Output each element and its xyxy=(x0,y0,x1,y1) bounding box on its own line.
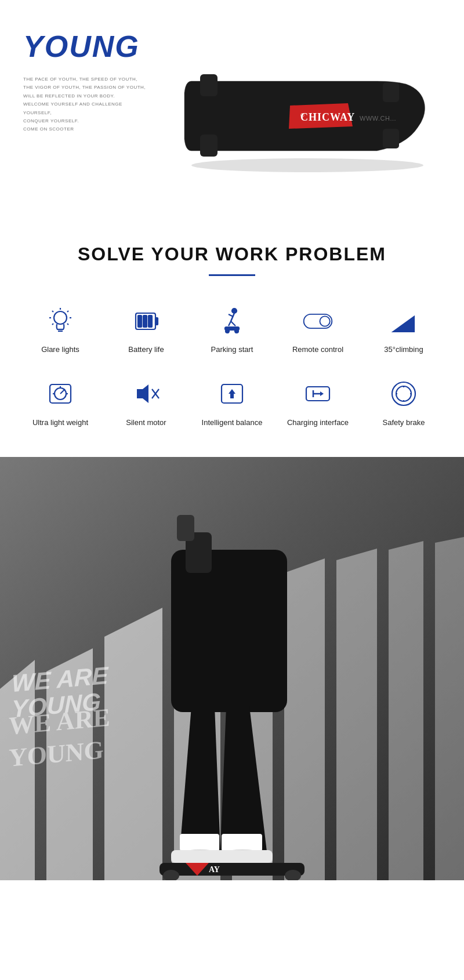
svg-point-31 xyxy=(235,329,238,333)
skate-person-icon xyxy=(215,305,249,337)
hero-title: YOUNG xyxy=(23,29,151,64)
feature-remote-control: Remote control xyxy=(275,299,361,361)
svg-marker-57 xyxy=(104,608,162,880)
svg-line-27 xyxy=(231,321,235,326)
svg-marker-41 xyxy=(137,384,148,403)
svg-point-49 xyxy=(396,386,411,401)
svg-rect-72 xyxy=(213,850,273,863)
svg-marker-62 xyxy=(389,541,423,880)
svg-line-28 xyxy=(229,321,231,326)
feature-label-ultra: Ultra light weight xyxy=(32,418,88,428)
toggle-icon xyxy=(300,305,335,337)
feature-label-balance: Intelligent balance xyxy=(202,418,263,428)
feature-safety-brake: Safety brake xyxy=(361,372,447,434)
svg-line-25 xyxy=(231,313,234,321)
svg-rect-64 xyxy=(171,550,287,712)
mute-icon xyxy=(129,378,164,410)
svg-line-18 xyxy=(67,324,68,325)
brake-icon xyxy=(386,378,421,410)
svg-rect-23 xyxy=(148,315,152,327)
hero-right: CHICWAY ® WWW.CH... xyxy=(151,23,441,209)
svg-text:WWW.CH...: WWW.CH... xyxy=(360,115,396,122)
speed-icon xyxy=(43,378,78,410)
features-row-1: Glare lights Battery life xyxy=(12,299,452,361)
feature-silent-motor: Silent motor xyxy=(103,372,189,434)
feature-battery-life: Battery life xyxy=(103,299,189,361)
feature-label-remote: Remote control xyxy=(292,345,343,355)
svg-rect-7 xyxy=(383,82,399,102)
feature-label-battery: Battery life xyxy=(128,345,164,355)
feature-label-glare: Glare lights xyxy=(41,345,79,355)
svg-line-26 xyxy=(229,314,233,317)
svg-text:CHICWAY: CHICWAY xyxy=(300,111,355,123)
svg-marker-34 xyxy=(393,317,414,332)
svg-line-17 xyxy=(52,324,53,325)
svg-rect-5 xyxy=(200,74,217,96)
problem-section: SOLVE YOUR WORK PROBLEM xyxy=(0,215,464,457)
svg-rect-67 xyxy=(180,834,219,851)
hero-tagline: THE PACE OF YOUTH, THE SPEED OF YOUTH, T… xyxy=(23,75,151,134)
feature-climbing: 35°climbing xyxy=(361,299,447,361)
svg-rect-73 xyxy=(160,863,304,876)
svg-marker-63 xyxy=(435,537,464,880)
balance-icon xyxy=(215,378,249,410)
svg-marker-61 xyxy=(336,549,377,880)
feature-label-brake: Safety brake xyxy=(383,418,425,428)
feature-glare-lights: Glare lights xyxy=(17,299,103,361)
svg-text:AY: AY xyxy=(209,865,220,874)
svg-line-14 xyxy=(67,311,68,312)
ground-text: WE ARE YOUNG xyxy=(12,662,108,722)
svg-rect-6 xyxy=(200,135,217,157)
svg-rect-79 xyxy=(177,515,194,541)
feature-label-silent: Silent motor xyxy=(126,418,166,428)
svg-marker-60 xyxy=(284,558,325,880)
hero-left: YOUNG THE PACE OF YOUTH, THE SPEED OF YO… xyxy=(23,23,151,134)
feature-label-parking: Parking start xyxy=(211,345,253,355)
svg-point-33 xyxy=(320,316,329,326)
feature-label-climbing: 35°climbing xyxy=(384,345,423,355)
svg-rect-32 xyxy=(304,314,332,328)
ramp-icon xyxy=(386,305,421,337)
svg-point-9 xyxy=(54,311,67,324)
svg-point-30 xyxy=(226,329,229,333)
bulb-icon xyxy=(43,305,78,337)
features-row-2: Ultra light weight Silent motor xyxy=(12,372,452,434)
hero-section: YOUNG THE PACE OF YOUTH, THE SPEED OF YO… xyxy=(0,0,464,215)
battery-icon xyxy=(129,305,164,337)
feature-charging: Charging interface xyxy=(275,372,361,434)
feature-parking-start: Parking start xyxy=(189,299,275,361)
svg-text:®: ® xyxy=(300,112,304,118)
svg-rect-8 xyxy=(383,129,399,148)
svg-rect-21 xyxy=(138,315,142,327)
skateboard-image: CHICWAY ® WWW.CH... xyxy=(157,52,435,180)
svg-rect-22 xyxy=(143,315,147,327)
svg-rect-68 xyxy=(222,834,262,851)
svg-point-0 xyxy=(191,158,423,172)
svg-line-13 xyxy=(52,311,53,312)
svg-point-24 xyxy=(232,308,237,313)
feature-ultra-light: Ultra light weight xyxy=(17,372,103,434)
charge-icon xyxy=(300,378,335,410)
feature-intelligent-balance: Intelligent balance xyxy=(189,372,275,434)
feature-label-charging: Charging interface xyxy=(287,418,349,428)
svg-rect-20 xyxy=(155,318,158,325)
street-photo-section: AY WE ARE YOUNG WE ARE YOUNG xyxy=(0,457,464,880)
svg-line-37 xyxy=(60,389,65,394)
problem-underline xyxy=(209,274,255,276)
problem-title: SOLVE YOUR WORK PROBLEM xyxy=(12,244,452,265)
